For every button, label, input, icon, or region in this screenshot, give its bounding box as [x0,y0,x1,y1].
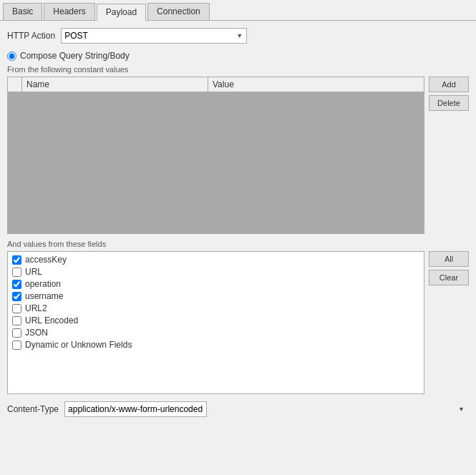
content-type-select-wrapper: application/x-www-form-urlencoded applic… [64,401,469,417]
content-type-row: Content-Type application/x-www-form-urle… [7,401,469,417]
fields-box: accessKey URL operation username URL2 UR… [7,251,424,394]
table-header: Name Value [8,77,424,92]
field-checkbox-dynamic[interactable] [12,341,21,350]
tab-basic[interactable]: Basic [3,3,42,20]
name-value-table: Name Value [7,77,424,234]
tab-connection[interactable]: Connection [147,3,210,20]
table-buttons: Add Delete [429,77,469,234]
field-label-json: JSON [25,328,48,338]
field-label-username: username [25,291,63,301]
http-action-select-wrapper: POST GET PUT DELETE PATCH [61,28,247,44]
field-checkbox-urlencoded[interactable] [12,316,21,325]
field-label-dynamic: Dynamic or Unknown Fields [25,340,132,350]
field-checkbox-username[interactable] [12,292,21,301]
http-action-select[interactable]: POST GET PUT DELETE PATCH [61,28,247,44]
and-values-label: And values from these fields [7,240,469,248]
tab-bar: Basic Headers Payload Connection [0,0,476,21]
field-label-urlencoded: URL Encoded [25,315,78,325]
field-checkbox-url2[interactable] [12,304,21,313]
th-checkbox [8,77,22,92]
list-item: Dynamic or Unknown Fields [12,340,419,350]
compose-query-radio[interactable] [7,52,16,61]
clear-button[interactable]: Clear [429,270,469,285]
http-action-label: HTTP Action [7,31,55,41]
list-item: URL Encoded [12,315,419,325]
field-checkbox-accesskey[interactable] [12,255,21,265]
field-checkbox-url[interactable] [12,268,21,277]
table-body [8,92,424,234]
field-label-operation: operation [25,279,61,289]
field-checkbox-json[interactable] [12,328,21,338]
list-item: operation [12,279,419,289]
table-section: Name Value Add Delete [7,77,469,234]
field-checkbox-operation[interactable] [12,280,21,289]
tab-headers[interactable]: Headers [44,3,94,20]
list-item: JSON [12,328,419,338]
field-label-accesskey: accessKey [25,255,67,265]
main-content: HTTP Action POST GET PUT DELETE PATCH Co… [0,21,476,475]
list-item: accessKey [12,255,419,265]
compose-query-label: Compose Query String/Body [20,51,130,61]
list-item: URL [12,267,419,277]
content-type-select[interactable]: application/x-www-form-urlencoded applic… [64,401,207,417]
field-label-url2: URL2 [25,303,47,313]
compose-query-radio-row: Compose Query String/Body [7,51,469,61]
list-item: URL2 [12,303,419,313]
th-name: Name [22,77,208,92]
tab-payload[interactable]: Payload [97,4,146,21]
delete-button[interactable]: Delete [429,95,469,111]
add-button[interactable]: Add [429,77,469,92]
content-type-label: Content-Type [7,404,59,414]
field-label-url: URL [25,267,42,277]
fields-section: accessKey URL operation username URL2 UR… [7,251,469,394]
th-value: Value [208,77,424,92]
from-section-label: From the following constant values [7,65,469,74]
http-action-row: HTTP Action POST GET PUT DELETE PATCH [7,28,469,44]
fields-buttons: All Clear [429,251,469,394]
list-item: username [12,291,419,301]
all-button[interactable]: All [429,251,469,267]
